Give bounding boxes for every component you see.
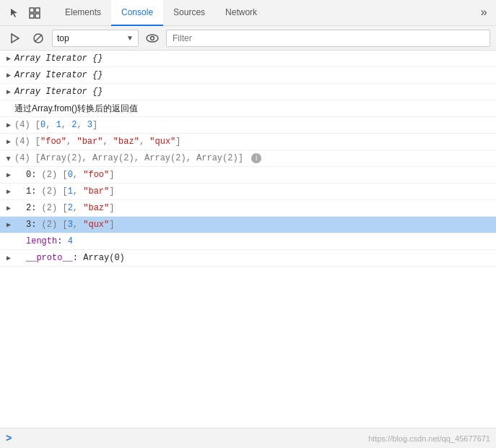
- list-item: ▶ Array Iterator {}: [0, 51, 496, 67]
- console-text-line: 通过Array.from()转换后的返回值: [0, 100, 496, 117]
- tab-sources[interactable]: Sources: [163, 0, 215, 26]
- cursor-icon[interactable]: [6, 4, 23, 22]
- bottom-bar: > https://blog.csdn.net/qq_45677671: [0, 428, 496, 448]
- execute-button[interactable]: [6, 29, 25, 48]
- svg-rect-2: [30, 14, 34, 18]
- more-tabs-button[interactable]: »: [474, 0, 493, 26]
- eye-button[interactable]: [143, 29, 162, 48]
- list-item: ▶ 1: (2) [1, "bar"]: [0, 184, 496, 200]
- expand-arrow[interactable]: ▶: [4, 186, 13, 199]
- devtools-icons: [3, 4, 55, 22]
- page-url: https://blog.csdn.net/qq_45677671: [368, 434, 490, 443]
- expand-arrow[interactable]: ▶: [4, 136, 13, 149]
- console-toolbar: top ▼: [0, 26, 496, 51]
- list-item: ▶ Array Iterator {}: [0, 67, 496, 84]
- tab-network[interactable]: Network: [215, 0, 267, 26]
- context-dropdown-arrow: ▼: [126, 34, 134, 42]
- svg-point-7: [147, 35, 158, 42]
- context-selector[interactable]: top ▼: [52, 30, 139, 47]
- expand-arrow[interactable]: ▶: [4, 86, 13, 99]
- expand-arrow[interactable]: ▶: [4, 219, 13, 232]
- svg-rect-3: [35, 14, 40, 18]
- expand-arrow[interactable]: ▶: [1, 155, 14, 163]
- svg-marker-4: [12, 34, 19, 43]
- list-item: ▶ Array Iterator {}: [0, 84, 496, 100]
- expand-arrow[interactable]: ▶: [4, 202, 13, 215]
- svg-line-6: [35, 35, 42, 42]
- svg-point-8: [151, 36, 155, 40]
- list-item: ▶ (4) ["foo", "bar", "baz", "qux"]: [0, 134, 496, 150]
- filter-input[interactable]: [166, 30, 490, 47]
- list-item: ▶ (4) [Array(2), Array(2), Array(2), Arr…: [0, 150, 496, 167]
- list-item: ▶ 2: (2) [2, "baz"]: [0, 200, 496, 217]
- svg-rect-1: [35, 8, 40, 12]
- list-item: ▶ (4) [0, 1, 2, 3]: [0, 117, 496, 134]
- console-prompt[interactable]: >: [6, 433, 12, 444]
- clear-console-button[interactable]: [29, 29, 48, 48]
- list-item: ▶ __proto__: Array(0): [0, 250, 496, 267]
- console-output: ▶ Array Iterator {} ▶ Array Iterator {} …: [0, 51, 496, 428]
- tab-console[interactable]: Console: [111, 0, 163, 26]
- info-icon[interactable]: i: [251, 153, 261, 163]
- expand-arrow[interactable]: ▶: [4, 252, 13, 265]
- expand-arrow[interactable]: ▶: [4, 119, 13, 132]
- expand-arrow[interactable]: ▶: [4, 69, 13, 82]
- inspect-icon[interactable]: [26, 4, 43, 22]
- list-item: ▶ 0: (2) [0, "foo"]: [0, 167, 496, 184]
- svg-rect-0: [30, 8, 34, 12]
- list-item: length: 4: [0, 233, 496, 250]
- tab-bar: Elements Console Sources Network »: [0, 0, 496, 26]
- list-item-highlighted: ▶ 3: (2) [3, "qux"]: [0, 217, 496, 233]
- expand-arrow[interactable]: ▶: [4, 53, 13, 66]
- expand-arrow[interactable]: ▶: [4, 169, 13, 182]
- tab-elements[interactable]: Elements: [55, 0, 111, 26]
